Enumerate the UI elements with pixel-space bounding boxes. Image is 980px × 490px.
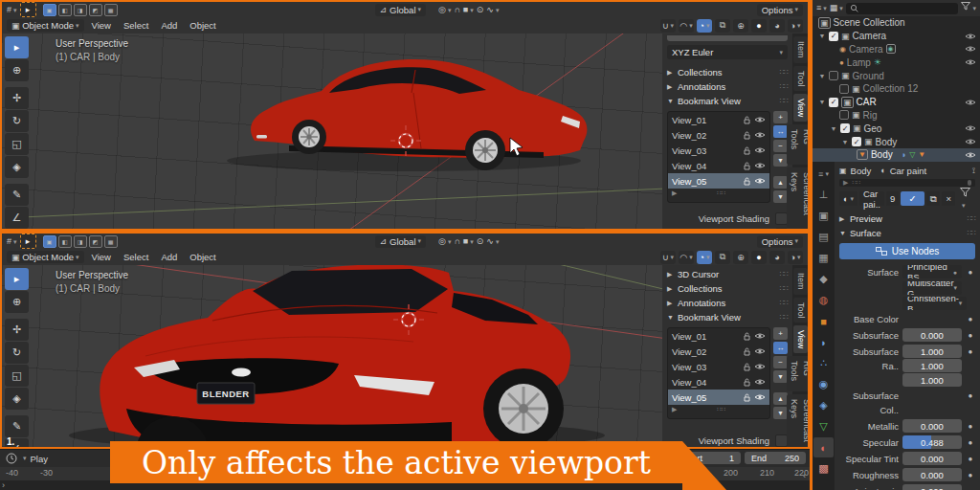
animate-dot[interactable]: ● xyxy=(966,468,975,481)
lock-icon[interactable] xyxy=(743,131,751,140)
tool-transform[interactable]: ◈ xyxy=(5,156,29,178)
tool-rotate[interactable]: ↻ xyxy=(5,110,29,132)
editor-type-icon[interactable]: #▾ xyxy=(7,4,17,16)
eye-icon[interactable] xyxy=(754,131,766,139)
tool-cursor[interactable]: ⊕ xyxy=(5,291,29,313)
outliner-row-lamp[interactable]: ● Lamp ☀ xyxy=(813,56,980,69)
menu-view[interactable]: View xyxy=(87,251,116,264)
material-slot-list[interactable]: ▶∷∷ xyxy=(839,179,975,187)
eye-icon[interactable] xyxy=(965,45,976,53)
expand-icon[interactable]: ▼ xyxy=(830,125,837,132)
tab-view-layer[interactable]: ▦ xyxy=(813,248,834,268)
list-item[interactable]: View_02 xyxy=(668,344,769,359)
material-filter-icon[interactable]: ▾ xyxy=(960,188,975,210)
menu-view[interactable]: View xyxy=(87,19,116,33)
list-item[interactable]: View_03 xyxy=(668,143,769,158)
tab-object[interactable]: ■ xyxy=(813,311,834,331)
outliner-row-rig[interactable]: ▣ Rig xyxy=(813,109,980,122)
tool-select-box[interactable]: ▸ xyxy=(5,268,29,290)
move-down-button[interactable]: ▾ xyxy=(773,190,788,203)
apply-view-button[interactable]: ↔ xyxy=(773,125,788,138)
filter-icon[interactable]: ▾ xyxy=(961,2,976,14)
tab-rig-tools[interactable]: RIG Tools xyxy=(787,356,810,390)
gizmos-icon[interactable]: ⧉ xyxy=(715,19,730,33)
tab-modifiers[interactable]: ◗ xyxy=(813,332,834,352)
select-mode-lasso[interactable]: ◩ xyxy=(89,4,102,16)
animate-dot[interactable]: ● xyxy=(966,265,975,278)
tool-transform[interactable]: ◈ xyxy=(5,388,29,410)
animate-dot[interactable]: ● xyxy=(966,435,975,449)
panel-annotations[interactable]: ▶Annotations∷∷ xyxy=(667,79,788,94)
tab-particles[interactable]: ∴ xyxy=(813,353,834,373)
transform-orientation-dropdown[interactable]: ⊿ Global▾ xyxy=(375,235,426,248)
collection-checkbox[interactable] xyxy=(839,110,849,120)
surface-shader-button[interactable]: Principled BS..● xyxy=(902,265,962,278)
menu-add[interactable]: Add xyxy=(156,251,182,264)
eye-icon[interactable] xyxy=(754,146,766,154)
panel-collections[interactable]: ▶Collections∷∷ xyxy=(667,65,788,79)
lock-icon[interactable] xyxy=(743,393,751,402)
shading-solid-icon[interactable]: ● xyxy=(751,19,767,33)
specular-slider[interactable]: 0.488 xyxy=(902,435,962,449)
playback-menu[interactable]: Play xyxy=(31,454,48,464)
list-item-selected[interactable]: View_05 xyxy=(668,390,769,405)
outliner-row-camera-collection[interactable]: ▼ ✓ ▣ Camera xyxy=(813,30,980,43)
object-visibility-icon[interactable]: ◔▾ xyxy=(697,251,712,264)
clock-icon[interactable] xyxy=(6,453,17,464)
snapping-icon[interactable]: ∪▾ xyxy=(660,19,676,33)
subsurface-method-dropdown[interactable]: Christensen-B..▾ xyxy=(902,297,967,310)
active-tool-button[interactable]: ▸ xyxy=(20,2,36,17)
select-mode-circle[interactable]: ◨ xyxy=(74,4,87,16)
editor-type-icon[interactable]: #▾ xyxy=(7,235,17,248)
tab-item[interactable]: Item xyxy=(793,36,808,63)
panel-collections[interactable]: ▶Collections∷∷ xyxy=(667,281,788,296)
lock-icon[interactable] xyxy=(743,162,751,170)
select-mode-tweak[interactable]: ▣ xyxy=(43,4,56,16)
lock-icon[interactable] xyxy=(743,116,751,124)
material-name-field[interactable]: Car pai.. xyxy=(859,191,884,206)
distribution-dropdown[interactable]: Multiscatter G..▾ xyxy=(902,281,962,295)
specular-tint-slider[interactable]: 0.000 xyxy=(902,452,962,465)
outliner-editor-icon[interactable]: ≡▾ xyxy=(816,2,827,14)
tab-screencast-keys[interactable]: Screencast Keys xyxy=(787,394,810,447)
select-mode-lasso[interactable]: ◩ xyxy=(89,235,102,248)
animate-dot[interactable]: ● xyxy=(966,484,975,490)
tab-tool[interactable]: Tool xyxy=(793,66,808,92)
animate-dot[interactable]: ● xyxy=(966,389,975,402)
proportional-editing-icon[interactable]: ◠▾ xyxy=(679,251,694,264)
proportional-editing-icon[interactable]: ◠▾ xyxy=(679,19,694,33)
scroll-left-icon[interactable]: › xyxy=(2,480,5,490)
snap-magnet-icon[interactable]: ∩ xyxy=(454,235,459,247)
partial-slider[interactable] xyxy=(667,35,788,41)
tool-measure[interactable]: ∠ xyxy=(5,207,29,229)
anisotropic-slider[interactable]: 0.000 xyxy=(902,484,962,490)
tool-annotate[interactable]: ✎ xyxy=(5,415,29,437)
tab-physics[interactable]: ◉ xyxy=(813,374,834,394)
list-item[interactable]: View_01 xyxy=(668,112,769,127)
options-dropdown[interactable]: Options▾ xyxy=(757,235,803,248)
tab-scene[interactable]: ◆ xyxy=(813,269,834,289)
snap-target-dropdown[interactable]: ■▾ xyxy=(463,235,474,248)
menu-object[interactable]: Object xyxy=(185,19,220,33)
unlink-material-button[interactable]: × xyxy=(942,191,955,206)
tool-cursor[interactable]: ⊕ xyxy=(5,59,29,81)
snap-magnet-icon[interactable]: ∩ xyxy=(454,4,459,15)
outliner-row-collection-12[interactable]: ▣ Collection 12 xyxy=(813,82,980,96)
tab-object-data[interactable]: ▽ xyxy=(813,416,834,436)
tool-move[interactable]: ✢ xyxy=(5,319,29,341)
pin-icon[interactable]: ⟟ xyxy=(972,166,975,176)
expand-icon[interactable]: ▼ xyxy=(841,139,849,145)
options-dropdown[interactable]: Options▾ xyxy=(757,4,803,16)
rotation-mode-dropdown[interactable]: XYZ Euler▾ xyxy=(667,45,788,59)
expand-icon[interactable]: ▼ xyxy=(818,99,826,105)
lock-icon[interactable] xyxy=(743,332,751,341)
fake-user-toggle[interactable]: ✓ xyxy=(901,191,924,206)
list-item[interactable]: View_02 xyxy=(668,127,769,143)
tab-rig-tools[interactable]: RIG Tools xyxy=(787,124,810,165)
eye-icon[interactable] xyxy=(965,124,976,132)
roughness-slider[interactable]: 0.000 xyxy=(902,468,962,481)
search-input[interactable] xyxy=(846,3,959,14)
outliner-row-body-mesh[interactable]: ▼ Body ◗ ▽ ▼ xyxy=(813,148,980,162)
tab-material[interactable]: ◐ xyxy=(813,437,834,457)
tab-world[interactable]: ◍ xyxy=(813,290,834,310)
